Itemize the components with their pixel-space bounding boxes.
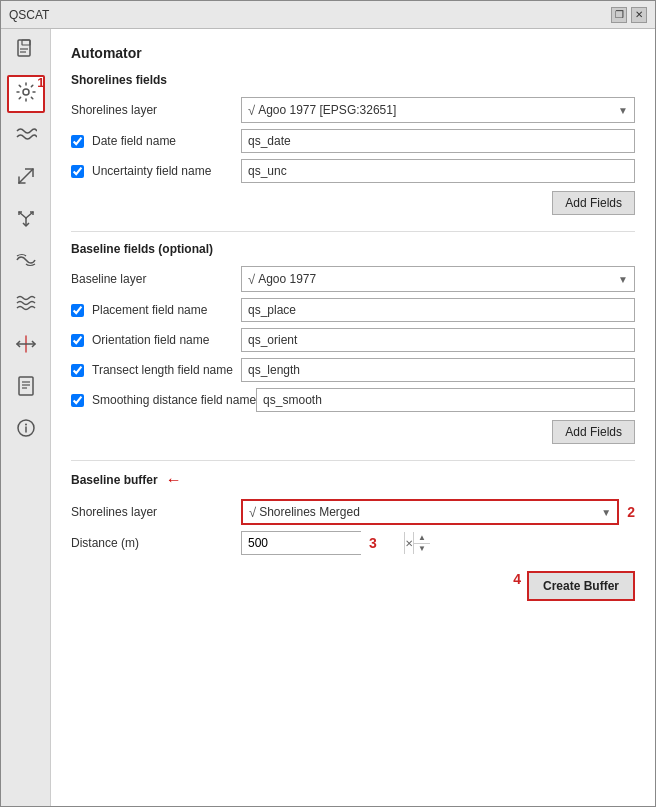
settings-icon bbox=[15, 81, 37, 108]
svg-point-4 bbox=[23, 89, 29, 95]
sidebar-item-split-arrows[interactable] bbox=[7, 201, 45, 239]
create-buffer-badge: 4 bbox=[513, 571, 521, 601]
uncertainty-field-input[interactable]: qs_unc bbox=[241, 159, 635, 183]
baseline-add-fields-button[interactable]: Add Fields bbox=[552, 420, 635, 444]
date-field-label: Date field name bbox=[71, 134, 241, 148]
main-content: Automator Shorelines fields Shorelines l… bbox=[51, 29, 655, 806]
baseline-fields-title: Baseline fields (optional) bbox=[71, 242, 635, 256]
baseline-buffer-group: Baseline buffer ← Shorelines layer √ Sho… bbox=[71, 471, 635, 601]
buffer-shorelines-layer-label: Shorelines layer bbox=[71, 505, 241, 519]
baseline-layer-arrow-icon: ▼ bbox=[618, 274, 628, 285]
divider-1 bbox=[71, 231, 635, 232]
svg-rect-13 bbox=[19, 377, 33, 395]
orientation-field-row: Orientation field name qs_orient bbox=[71, 328, 635, 352]
placement-checkbox[interactable] bbox=[71, 304, 84, 317]
orientation-checkbox[interactable] bbox=[71, 334, 84, 347]
title-bar: QSCAT ❐ ✕ bbox=[1, 1, 655, 29]
date-field-row: Date field name qs_date bbox=[71, 129, 635, 153]
buffer-vector-icon: √ bbox=[249, 505, 256, 520]
doc2-icon bbox=[17, 375, 35, 402]
placement-input[interactable]: qs_place bbox=[241, 298, 635, 322]
buffer-layer-value: Shorelines Merged bbox=[259, 505, 601, 519]
flow-icon bbox=[15, 251, 37, 274]
smoothing-checkbox[interactable] bbox=[71, 394, 84, 407]
window-title: QSCAT bbox=[9, 8, 49, 22]
date-field-input[interactable]: qs_date bbox=[241, 129, 635, 153]
buffer-shorelines-layer-select[interactable]: √ Shorelines Merged ▼ bbox=[241, 499, 619, 525]
svg-line-9 bbox=[26, 212, 33, 218]
sidebar-item-transects[interactable] bbox=[7, 327, 45, 365]
shorelines-fields-title: Shorelines fields bbox=[71, 73, 635, 87]
divider-2 bbox=[71, 460, 635, 461]
main-window: QSCAT ❐ ✕ bbox=[0, 0, 656, 807]
info-icon bbox=[16, 418, 36, 443]
placement-field-row: Placement field name qs_place bbox=[71, 298, 635, 322]
baseline-layer-row: Baseline layer √ Agoo 1977 ▼ bbox=[71, 266, 635, 292]
arrows-ne-icon bbox=[16, 166, 36, 191]
baseline-buffer-title-row: Baseline buffer ← bbox=[71, 471, 635, 489]
distance-label: Distance (m) bbox=[71, 536, 241, 550]
smoothing-field-row: Smoothing distance field name qs_smooth bbox=[71, 388, 635, 412]
distance-input[interactable] bbox=[242, 532, 404, 554]
waves2-icon bbox=[15, 293, 37, 316]
waves-icon bbox=[15, 125, 37, 148]
placement-field-label: Placement field name bbox=[71, 303, 241, 317]
sidebar: 1 bbox=[1, 29, 51, 806]
orientation-field-label: Orientation field name bbox=[71, 333, 241, 347]
baseline-fields-group: Baseline fields (optional) Baseline laye… bbox=[71, 242, 635, 444]
transects-icon bbox=[15, 334, 37, 359]
sidebar-item-flow[interactable] bbox=[7, 243, 45, 281]
sidebar-item-arrows-ne[interactable] bbox=[7, 159, 45, 197]
document-icon bbox=[16, 39, 36, 66]
baseline-layer-select[interactable]: √ Agoo 1977 ▼ bbox=[241, 266, 635, 292]
sidebar-item-info[interactable] bbox=[7, 411, 45, 449]
transect-length-field-label: Transect length field name bbox=[71, 363, 241, 377]
shorelines-layer-select[interactable]: √ Agoo 1977 [EPSG:32651] ▼ bbox=[241, 97, 635, 123]
shorelines-layer-arrow-icon: ▼ bbox=[618, 105, 628, 116]
buffer-layer-arrow-icon: ▼ bbox=[601, 507, 611, 518]
title-bar-controls: ❐ ✕ bbox=[611, 7, 647, 23]
smoothing-input[interactable]: qs_smooth bbox=[256, 388, 635, 412]
transect-length-input[interactable]: qs_length bbox=[241, 358, 635, 382]
create-buffer-button[interactable]: Create Buffer bbox=[527, 571, 635, 601]
create-buffer-row: 4 Create Buffer bbox=[71, 571, 635, 601]
baseline-layer-label: Baseline layer bbox=[71, 272, 241, 286]
svg-rect-0 bbox=[18, 40, 30, 56]
svg-line-8 bbox=[19, 212, 26, 218]
shorelines-add-fields-button[interactable]: Add Fields bbox=[552, 191, 635, 215]
main-title: Automator bbox=[71, 45, 635, 61]
distance-down-button[interactable]: ▼ bbox=[414, 544, 430, 555]
main-layout: 1 bbox=[1, 29, 655, 806]
sidebar-item-waves2[interactable] bbox=[7, 285, 45, 323]
distance-badge: 3 bbox=[369, 535, 377, 551]
shorelines-layer-label: Shorelines layer bbox=[71, 103, 241, 117]
distance-spinners: ▲ ▼ bbox=[413, 532, 430, 554]
close-button[interactable]: ✕ bbox=[631, 7, 647, 23]
restore-button[interactable]: ❐ bbox=[611, 7, 627, 23]
split-arrows-icon bbox=[15, 208, 37, 233]
buffer-arrow-icon: ← bbox=[166, 471, 182, 489]
shorelines-layer-value: Agoo 1977 [EPSG:32651] bbox=[258, 103, 618, 117]
uncertainty-field-label: Uncertainty field name bbox=[71, 164, 241, 178]
svg-point-19 bbox=[25, 423, 27, 425]
sidebar-item-doc2[interactable] bbox=[7, 369, 45, 407]
distance-up-button[interactable]: ▲ bbox=[414, 532, 430, 544]
vector-checkmark-icon: √ bbox=[248, 103, 255, 118]
buffer-shorelines-layer-row: Shorelines layer √ Shorelines Merged ▼ 2 bbox=[71, 499, 635, 525]
smoothing-field-label: Smoothing distance field name bbox=[71, 393, 256, 407]
distance-clear-button[interactable]: ✕ bbox=[404, 532, 413, 554]
baseline-vector-icon: √ bbox=[248, 272, 255, 287]
date-field-checkbox[interactable] bbox=[71, 135, 84, 148]
orientation-input[interactable]: qs_orient bbox=[241, 328, 635, 352]
transect-length-checkbox[interactable] bbox=[71, 364, 84, 377]
baseline-buffer-title: Baseline buffer bbox=[71, 473, 158, 487]
svg-line-5 bbox=[19, 169, 33, 183]
sidebar-item-waves[interactable] bbox=[7, 117, 45, 155]
sidebar-item-document[interactable] bbox=[7, 33, 45, 71]
sidebar-item-settings[interactable]: 1 bbox=[7, 75, 45, 113]
uncertainty-field-checkbox[interactable] bbox=[71, 165, 84, 178]
settings-badge: 1 bbox=[37, 75, 44, 90]
shorelines-layer-row: Shorelines layer √ Agoo 1977 [EPSG:32651… bbox=[71, 97, 635, 123]
baseline-add-fields-row: Add Fields bbox=[71, 420, 635, 444]
shorelines-add-fields-row: Add Fields bbox=[71, 191, 635, 215]
